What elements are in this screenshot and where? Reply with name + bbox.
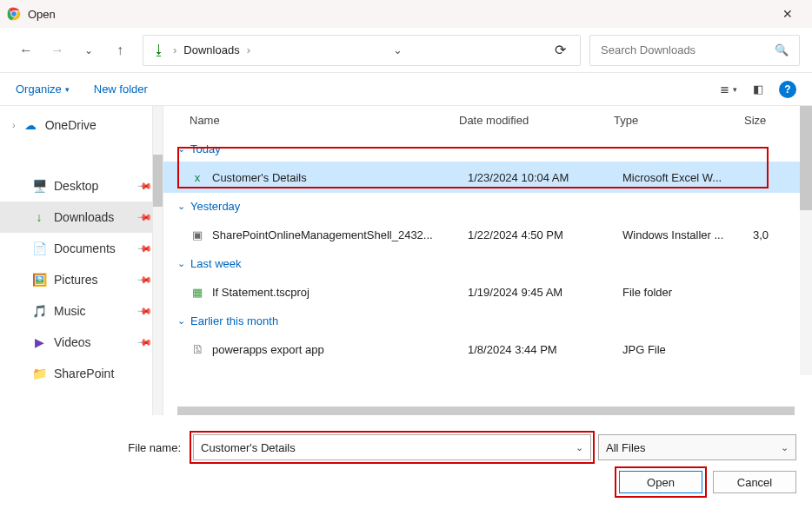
sidebar-item-downloads[interactable]: ↓Downloads📌 <box>0 202 163 233</box>
sidebar-item-pictures[interactable]: 🖼️Pictures📌 <box>0 264 163 295</box>
pin-icon: 📌 <box>136 334 152 350</box>
organize-label: Organize <box>16 83 62 96</box>
file-name: powerapps export app <box>212 343 468 356</box>
view-mode-button[interactable]: ≣ ▾ <box>720 83 737 96</box>
filter-combo[interactable]: All Files ⌄ <box>598 434 796 460</box>
group-label: Earlier this month <box>190 314 278 327</box>
filearea-scrollbar-v[interactable] <box>800 106 812 375</box>
sidebar-item-desktop[interactable]: 🖥️Desktop📌 <box>0 170 163 202</box>
column-header-row: Name Date modified Type Size <box>163 106 812 136</box>
filearea-scrollbar-h[interactable] <box>177 407 795 415</box>
sidebar-item-videos[interactable]: ▶Videos📌 <box>0 327 163 358</box>
file-name: If Statement.tscproj <box>212 286 468 299</box>
open-button[interactable]: Open <box>619 471 702 493</box>
file-date: 1/19/2024 9:45 AM <box>468 286 622 299</box>
filename-combo[interactable]: Customer's Details ⌄ <box>193 434 591 460</box>
sidebar-item-label: SharePoint <box>54 367 114 380</box>
sidebar-item-label: Videos <box>54 335 91 349</box>
chevron-down-icon: ⌄ <box>177 143 185 155</box>
help-icon[interactable]: ? <box>779 81 796 98</box>
forward-button[interactable]: → <box>43 36 71 64</box>
search-input[interactable] <box>601 43 775 56</box>
sidebar-item-label: Desktop <box>54 179 98 193</box>
folder-icon: 📁 <box>31 366 47 381</box>
sidebar-item-sharepoint[interactable]: 📁SharePoint <box>0 358 163 389</box>
file-icon: ▦ <box>190 286 205 299</box>
group-label: Today <box>190 142 221 155</box>
search-box[interactable]: 🔍 <box>589 35 800 66</box>
file-icon: x <box>190 171 205 184</box>
group-label: Last week <box>190 257 242 270</box>
bottom-panel: File name: Customer's Details ⌄ All File… <box>0 422 812 509</box>
sidebar-item-label: Music <box>54 304 86 318</box>
recent-locations-button[interactable]: ⌄ <box>75 36 103 64</box>
pin-icon: 📌 <box>136 302 152 319</box>
column-name[interactable]: Name <box>190 114 459 127</box>
organize-button[interactable]: Organize ▾ <box>16 83 70 96</box>
file-type: Windows Installer ... <box>622 228 753 241</box>
group-label: Yesterday <box>190 200 240 213</box>
file-date: 1/23/2024 10:04 AM <box>468 171 622 184</box>
navbar: ← → ⌄ ↑ ⭳ › Downloads › ⌄ ⟳ 🔍 <box>0 28 812 73</box>
breadcrumb[interactable]: Downloads <box>183 43 239 56</box>
file-icon: ▣ <box>190 228 205 241</box>
preview-pane-button[interactable]: ◧ <box>753 83 763 96</box>
folder-icon: 🖥️ <box>31 178 47 194</box>
new-folder-button[interactable]: New folder <box>94 83 148 96</box>
file-icon: 🖻 <box>190 343 205 356</box>
window-title: Open <box>28 8 770 21</box>
chevron-down-icon: ⌄ <box>177 201 185 212</box>
file-type: File folder <box>622 286 753 299</box>
chevron-down-icon: ▾ <box>65 85 70 94</box>
group-header[interactable]: ⌄Yesterday <box>163 193 812 219</box>
chevron-down-icon: ⌄ <box>781 442 789 453</box>
folder-icon: ▶ <box>31 334 47 350</box>
chevron-down-icon: ⌄ <box>177 258 185 269</box>
sidebar-scrollbar[interactable] <box>152 106 163 415</box>
sidebar-item-label: Documents <box>54 241 116 255</box>
chrome-icon <box>7 7 21 21</box>
pin-icon: 📌 <box>136 240 152 256</box>
titlebar: Open ✕ <box>0 0 812 28</box>
sidebar-item-documents[interactable]: 📄Documents📌 <box>0 233 163 264</box>
main-area: › ☁ OneDrive 🖥️Desktop📌↓Downloads📌📄Docum… <box>0 106 812 415</box>
filter-value: All Files <box>606 441 646 454</box>
pin-icon: 📌 <box>136 177 152 194</box>
file-row[interactable]: 🖻powerapps export app1/8/2024 3:44 PMJPG… <box>163 334 812 365</box>
column-date[interactable]: Date modified <box>459 114 614 127</box>
pin-icon: 📌 <box>136 208 152 225</box>
onedrive-icon: ☁ <box>23 117 38 133</box>
chevron-down-icon: ⌄ <box>177 315 185 327</box>
sidebar-item-label: Pictures <box>54 273 98 287</box>
chevron-down-icon: ⌄ <box>576 442 583 453</box>
chevron-right-icon: › <box>12 120 16 130</box>
column-type[interactable]: Type <box>614 114 744 127</box>
group-header[interactable]: ⌄Earlier this month <box>163 307 812 334</box>
file-name: SharePointOnlineManagementShell_2432... <box>212 228 468 241</box>
sidebar-item-label: Downloads <box>54 210 114 224</box>
file-type: JPG File <box>622 343 753 356</box>
search-icon: 🔍 <box>775 43 789 56</box>
sidebar: › ☁ OneDrive 🖥️Desktop📌↓Downloads📌📄Docum… <box>0 106 163 415</box>
breadcrumb-sep2: › <box>247 43 250 56</box>
filename-value: Customer's Details <box>201 441 296 454</box>
group-header[interactable]: ⌄Last week <box>163 250 812 276</box>
address-chevron-icon[interactable]: ⌄ <box>393 43 408 56</box>
refresh-button[interactable]: ⟳ <box>549 42 571 58</box>
address-bar[interactable]: ⭳ › Downloads › ⌄ ⟳ <box>143 35 581 66</box>
folder-icon: 🖼️ <box>31 272 47 288</box>
sidebar-item-music[interactable]: 🎵Music📌 <box>0 295 163 327</box>
cancel-button[interactable]: Cancel <box>713 471 796 493</box>
file-date: 1/22/2024 4:50 PM <box>468 228 622 241</box>
close-button[interactable]: ✕ <box>770 0 805 28</box>
group-header[interactable]: ⌄Today <box>163 136 812 162</box>
folder-icon: ↓ <box>31 209 47 225</box>
up-button[interactable]: ↑ <box>106 36 134 64</box>
back-button[interactable]: ← <box>12 36 40 64</box>
sidebar-onedrive[interactable]: › ☁ OneDrive <box>0 109 163 141</box>
file-row[interactable]: xCustomer's Details1/23/2024 10:04 AMMic… <box>163 162 812 193</box>
file-row[interactable]: ▦If Statement.tscproj1/19/2024 9:45 AMFi… <box>163 276 812 307</box>
toolbar: Organize ▾ New folder ≣ ▾ ◧ ? <box>0 73 812 106</box>
file-row[interactable]: ▣SharePointOnlineManagementShell_2432...… <box>163 219 812 250</box>
pin-icon: 📌 <box>136 271 152 288</box>
